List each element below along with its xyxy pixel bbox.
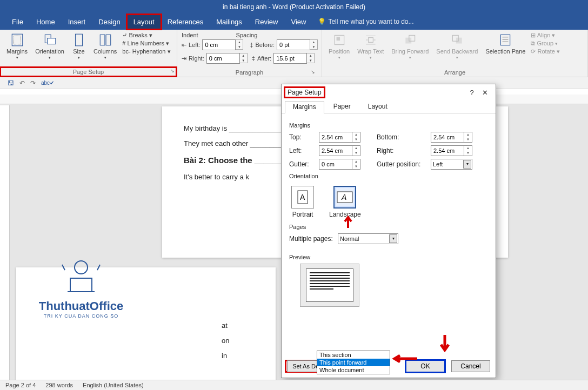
hyphenation-button[interactable]: bc- Hyphenation ▾ <box>122 48 170 55</box>
columns-button[interactable]: Columns▾ <box>91 32 119 61</box>
bring-forward-button: Bring Forward▾ <box>389 32 431 61</box>
dialog-title: Page Setup <box>286 89 323 96</box>
apply-opt-this-section[interactable]: This section <box>317 351 390 359</box>
page-setup-group-label[interactable]: Page Setup ↘ <box>0 67 177 77</box>
svg-rect-5 <box>100 35 105 45</box>
menu-insert[interactable]: Insert <box>62 15 92 29</box>
preview-section: Preview <box>289 254 488 260</box>
send-backward-button: Send Backward▾ <box>434 32 480 61</box>
qat-redo-icon[interactable]: ↷ <box>30 79 36 87</box>
tab-margins[interactable]: Margins <box>285 101 324 113</box>
wrap-text-button: Wrap Text▾ <box>355 32 386 61</box>
menu-home[interactable]: Home <box>30 15 62 29</box>
orientation-portrait[interactable]: A Portrait <box>289 184 316 220</box>
svg-rect-9 <box>368 38 373 43</box>
indent-left-input[interactable]: ▲▼ <box>202 39 243 50</box>
indent-right-label: Right: <box>189 55 204 62</box>
dialog-titlebar[interactable]: Page Setup ? ✕ <box>282 84 496 100</box>
annotation-arrow-ok <box>439 334 451 352</box>
margins-label: Margins <box>6 48 28 55</box>
menu-layout[interactable]: Layout <box>127 15 161 29</box>
group-button: ⧉ Group ▾ <box>531 40 560 47</box>
menu-design[interactable]: Design <box>92 15 126 29</box>
status-bar: Page 2 of 4 298 words English (United St… <box>0 380 588 390</box>
svg-point-15 <box>75 261 88 274</box>
multiple-pages-label: Multiple pages: <box>289 235 338 243</box>
portrait-label: Portrait <box>292 211 313 218</box>
margin-right-label: Right: <box>377 147 431 154</box>
page-setup-launcher-icon[interactable]: ↘ <box>170 68 175 73</box>
indent-right-input[interactable]: ▲▼ <box>206 53 248 64</box>
tab-layout[interactable]: Layout <box>360 100 396 113</box>
page-setup-text: Page Setup <box>73 69 104 75</box>
status-words[interactable]: 298 words <box>45 382 73 388</box>
svg-rect-10 <box>405 38 411 44</box>
margins-button[interactable]: Margins▾ <box>4 32 30 61</box>
apply-opt-this-point-forward[interactable]: This point forward <box>317 359 390 366</box>
gutter-pos-select[interactable]: Left▾ <box>431 159 472 170</box>
brand-sub: TRI KY CUA DAN CONG SO <box>22 313 141 319</box>
position-button: Position▾ <box>326 32 352 61</box>
apply-opt-whole-document[interactable]: Whole document <box>317 366 390 374</box>
gutter-input[interactable]: ▲▼ <box>319 159 360 170</box>
indent-left-label: Left: <box>189 42 200 48</box>
margin-right-input[interactable]: ▲▼ <box>431 145 472 156</box>
paragraph-launcher-icon[interactable]: ↘ <box>311 69 315 75</box>
menu-view[interactable]: View <box>284 15 312 29</box>
qat-save-icon[interactable]: 🖫 <box>8 79 14 87</box>
svg-rect-1 <box>14 36 21 44</box>
dialog-help-button[interactable]: ? <box>465 89 478 97</box>
svg-rect-8 <box>336 37 340 41</box>
doc-word-at: at <box>222 321 254 330</box>
pages-section: Pages <box>289 224 488 230</box>
line-numbers-button[interactable]: # Line Numbers ▾ <box>122 40 170 47</box>
vertical-ruler[interactable] <box>0 105 10 380</box>
selection-pane-button[interactable]: Selection Pane <box>483 32 527 56</box>
orientation-label: Orientation <box>35 48 64 55</box>
margin-bottom-input[interactable]: ▲▼ <box>431 132 472 143</box>
dialog-close-button[interactable]: ✕ <box>478 89 491 97</box>
breaks-label: Breaks <box>129 32 147 38</box>
svg-rect-12 <box>456 38 462 44</box>
tell-me[interactable]: 💡 Tell me what you want to do... <box>318 18 413 25</box>
qat-undo-icon[interactable]: ↶ <box>19 79 25 87</box>
status-language[interactable]: English (United States) <box>83 382 144 388</box>
orientation-section: Orientation <box>289 173 488 179</box>
spacing-before-input[interactable]: ▲▼ <box>277 39 318 50</box>
ribbon-group-page-setup: Margins▾ Orientation▾ Size▾ Columns▾ ⤶ B… <box>0 30 177 77</box>
status-page[interactable]: Page 2 of 4 <box>5 382 36 388</box>
dialog-tabs: Margins Paper Layout <box>282 100 496 113</box>
spacing-after-label: After: <box>257 55 271 62</box>
margin-bottom-label: Bottom: <box>377 133 431 141</box>
apply-to-dropdown[interactable]: This section This point forward Whole do… <box>317 351 390 374</box>
breaks-button[interactable]: ⤶ Breaks ▾ <box>122 32 170 39</box>
tab-paper[interactable]: Paper <box>325 100 359 113</box>
cancel-button[interactable]: Cancel <box>451 360 490 372</box>
indent-header: Indent <box>182 32 198 38</box>
menu-review[interactable]: Review <box>249 15 285 29</box>
menu-mailings[interactable]: Mailings <box>210 15 249 29</box>
window-title-bar: in bai tieng anh - Word (Product Activat… <box>0 0 588 14</box>
qat-spellcheck-icon[interactable]: abc✔ <box>41 80 54 86</box>
line-numbers-label: Line Numbers <box>128 40 164 46</box>
window-title: in bai tieng anh - Word (Product Activat… <box>223 3 365 11</box>
orientation-button[interactable]: Orientation▾ <box>33 32 66 61</box>
margin-left-label: Left: <box>289 147 319 154</box>
multiple-pages-select[interactable]: Normal▾ <box>338 233 398 244</box>
size-button[interactable]: Size▾ <box>70 32 88 61</box>
margin-left-input[interactable]: ▲▼ <box>319 145 360 156</box>
align-button: ⊞ Align ▾ <box>531 32 560 39</box>
annotation-arrow-dropdown <box>392 354 418 363</box>
svg-text:A: A <box>341 193 346 201</box>
brand-name: ThuthuatOffice <box>22 299 141 313</box>
doc-word-on: on <box>222 337 254 345</box>
svg-rect-3 <box>48 38 56 44</box>
spacing-before-label: Before: <box>256 42 275 48</box>
svg-rect-16 <box>70 278 92 292</box>
margin-top-input[interactable]: ▲▼ <box>319 132 360 143</box>
spacing-after-input[interactable]: ▲▼ <box>273 53 315 64</box>
menu-references[interactable]: References <box>161 15 210 29</box>
page-setup-dialog: Page Setup ? ✕ Margins Paper Layout Marg… <box>281 84 496 378</box>
columns-label: Columns <box>93 48 117 55</box>
menu-file[interactable]: File <box>5 15 30 29</box>
